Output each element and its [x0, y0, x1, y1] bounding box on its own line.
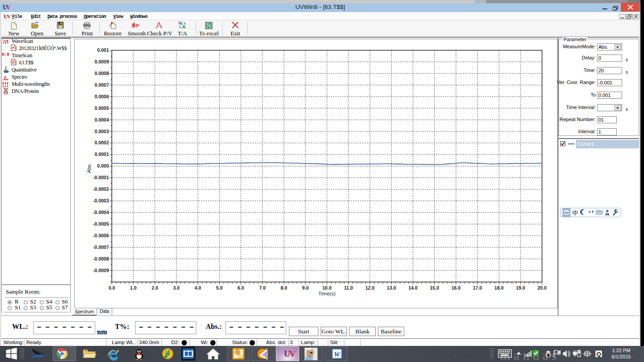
svg-text:15.0: 15.0 — [430, 285, 439, 290]
svg-text:U: U — [565, 210, 568, 215]
svg-text:0.0: 0.0 — [109, 285, 115, 290]
svg-text:-0.0003: -0.0003 — [93, 198, 109, 203]
svg-text:-0.0009: -0.0009 — [93, 268, 109, 273]
svg-text:18.0: 18.0 — [495, 285, 504, 290]
svg-text:0.0007: 0.0007 — [94, 82, 109, 88]
svg-text:0.000: 0.000 — [97, 163, 109, 168]
svg-text:19.0: 19.0 — [516, 285, 525, 290]
svg-text:8.0: 8.0 — [280, 285, 287, 290]
svg-text:11.0: 11.0 — [344, 285, 353, 290]
svg-text:0.0002: 0.0002 — [94, 140, 109, 145]
svg-text:-0.0005: -0.0005 — [93, 221, 109, 227]
svg-text:-0.0008: -0.0008 — [93, 256, 109, 261]
svg-text:0.0009: 0.0009 — [94, 59, 109, 64]
svg-text:0.0005: 0.0005 — [94, 105, 109, 111]
svg-text:7.0: 7.0 — [259, 285, 266, 290]
svg-text:16.0: 16.0 — [451, 285, 461, 290]
svg-text:0.001: 0.001 — [97, 47, 109, 53]
svg-text:0.0004: 0.0004 — [94, 117, 109, 122]
svg-text:1.0: 1.0 — [130, 285, 137, 290]
svg-text:6.0: 6.0 — [237, 285, 244, 290]
svg-text:0.0006: 0.0006 — [94, 94, 109, 99]
svg-text:5.0: 5.0 — [216, 285, 223, 290]
svg-text:20.0: 20.0 — [538, 285, 547, 290]
svg-text:-0.0006: -0.0006 — [93, 233, 109, 238]
svg-text:W: W — [334, 351, 341, 358]
svg-text:-0.0007: -0.0007 — [93, 244, 109, 250]
svg-text:13.0: 13.0 — [387, 285, 396, 290]
svg-text:2.0: 2.0 — [152, 285, 158, 290]
svg-text:V: V — [289, 349, 296, 358]
svg-text:0.0003: 0.0003 — [94, 129, 109, 134]
svg-text:10.0: 10.0 — [322, 285, 332, 290]
svg-text:14.0: 14.0 — [408, 285, 418, 290]
svg-text:Q: Q — [597, 351, 601, 358]
svg-text:3.0: 3.0 — [173, 285, 180, 290]
svg-text:-0.0004: -0.0004 — [93, 210, 109, 215]
svg-text:-0.0002: -0.0002 — [93, 186, 109, 192]
svg-text:Abs.: Abs. — [86, 163, 92, 173]
svg-text:中: 中 — [572, 210, 578, 216]
svg-text:17.0: 17.0 — [473, 285, 482, 290]
svg-text:0.0008: 0.0008 — [94, 71, 109, 76]
svg-text:4.0: 4.0 — [195, 285, 201, 290]
svg-text:0.0001: 0.0001 — [94, 152, 109, 157]
svg-text:12.0: 12.0 — [365, 285, 375, 290]
svg-text:-0.0001: -0.0001 — [93, 175, 109, 180]
svg-text:9.0: 9.0 — [302, 285, 309, 290]
svg-text:Time(s): Time(s) — [318, 291, 336, 296]
